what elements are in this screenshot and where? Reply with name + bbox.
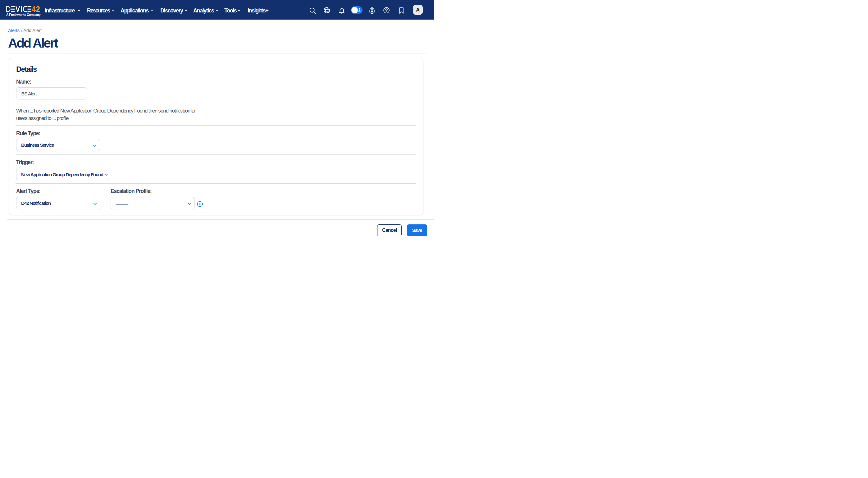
svg-text:42: 42 [32,6,40,13]
